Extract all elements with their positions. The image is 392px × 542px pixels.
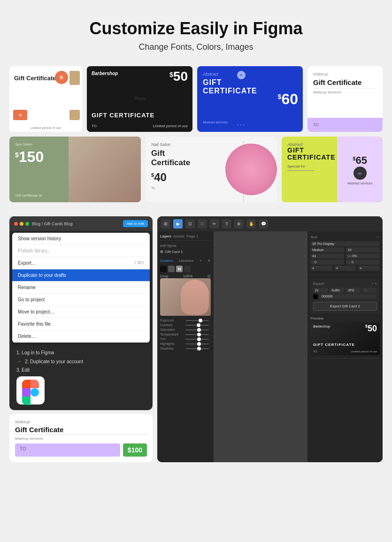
figma-layer-item[interactable]: ⊞ Gift Card 1 — [160, 250, 211, 254]
swatch-black[interactable] — [160, 266, 167, 272]
temperature-slider[interactable] — [185, 334, 209, 335]
prop-scale[interactable]: 2x — [313, 288, 328, 293]
tint-slider[interactable] — [185, 339, 209, 340]
contrast-slider[interactable] — [185, 325, 209, 326]
barber-mini-footer: TO Limited period of use — [313, 350, 377, 353]
maximize-window-button[interactable] — [25, 222, 29, 226]
certificate-card-5: Spa Salon $150 Gift certificate to — [9, 137, 141, 202]
swatch-photo[interactable]: 🖼 — [176, 266, 183, 272]
prop-align-row: ↕0 ↔0 — [310, 260, 380, 265]
tab-page[interactable]: Page 1 — [186, 234, 198, 238]
ask-to-edit-button[interactable]: Ask to edit — [123, 220, 148, 227]
exposure-slider[interactable] — [185, 320, 209, 321]
figma-sliders: Exposure Contrast Saturation — [160, 319, 211, 350]
card4-brand: Makeup — [313, 72, 377, 76]
amount-bar: $100 — [123, 443, 147, 457]
figma-tool-components[interactable]: ⊕ — [234, 219, 244, 229]
card5-amount: $150 — [15, 148, 69, 166]
card3-footer: Abstract services ··· — [203, 121, 246, 128]
figma-canvas[interactable] — [214, 231, 307, 462]
card7-link-icon: ∞ — [354, 167, 367, 180]
card2-dollar-sign: $ — [169, 71, 173, 78]
card5-photo-img — [69, 137, 141, 202]
prop-fill-value[interactable]: 000000 — [320, 294, 377, 299]
figma-tool-pen[interactable]: ✏ — [210, 219, 219, 229]
card1-footer: Limited period of use — [9, 126, 82, 130]
prop-fill-color-swatch[interactable] — [313, 294, 318, 299]
card7-left: Abstract GIFTCERTIFICATE Special for — [282, 137, 337, 202]
barber-mini-amount: $50 — [365, 324, 377, 334]
prop-align-center[interactable]: ≡ — [334, 266, 356, 271]
menu-item-show-history[interactable]: Show version history — [12, 233, 150, 245]
prop-text-align-row: ≡ ≡ ≡ — [310, 266, 380, 271]
certificate-card-7: Abstract GIFTCERTIFICATE Special for $65… — [282, 137, 383, 202]
figma-tool-hand[interactable]: ✋ — [246, 219, 256, 229]
prop-spacing: ↕0 — [310, 260, 344, 265]
prop-font-size[interactable]: 42 — [346, 247, 380, 252]
figma-toolbar: ⊞ ▶ ⊡ □ ✏ T ⊕ ✋ 💬 — [157, 216, 383, 231]
slider-temperature: Temperature — [160, 333, 211, 336]
card6-left: Nail Salon GiftCertificate $40 To — [146, 137, 211, 202]
prop-export-label: Export − + — [313, 282, 377, 286]
card2-cert-title: GIFT CERTIFICATE — [92, 112, 154, 119]
tab-assets[interactable]: Assets — [173, 234, 184, 238]
figma-crop-row: Crop 100% ⊡ — [160, 274, 211, 278]
minimize-window-button[interactable] — [20, 222, 23, 226]
slider-highlights: Highlights — [160, 342, 211, 345]
shadows-slider[interactable] — [185, 348, 209, 349]
export-section: Export − + 2x Suffix JPG ··· — [310, 279, 380, 313]
highlights-slider[interactable] — [185, 344, 209, 344]
card7-amount: $65 — [353, 154, 367, 167]
prop-more[interactable]: ··· — [362, 288, 377, 293]
card2-brand: Barbershop — [92, 71, 118, 76]
figma-tool-frame[interactable]: ⊡ — [185, 219, 195, 229]
prop-font-weight[interactable]: Medium — [310, 247, 344, 252]
menu-item-export[interactable]: Export... ⇧⌘E — [12, 257, 150, 269]
step-1: 1. Log in to Figma — [16, 350, 146, 355]
menu-item-favorite[interactable]: Favorite this file — [12, 318, 150, 330]
certificate-card-6: Nail Salon GiftCertificate $40 To — [146, 137, 277, 202]
figma-edit-label: edit figma — [160, 244, 211, 248]
prop-preview-section: Preview Barbershop $50 GIFT CERTIFICATE — [310, 316, 380, 359]
card5-info: Spa Salon $150 — [9, 137, 75, 202]
figma-tool-move[interactable]: ▶ — [173, 219, 183, 229]
menu-item-move-to[interactable]: Move to project... — [12, 306, 150, 318]
prop-suffix[interactable]: Suffix — [330, 288, 344, 293]
browser-window-controls — [14, 222, 29, 226]
card7-line-decoration — [287, 170, 314, 171]
card1-star-bottom — [13, 110, 27, 120]
certificate-card-4: Makeup Gift Certificate Makeup services … — [307, 66, 383, 132]
makeup-title: Gift Certificate — [15, 426, 147, 435]
menu-item-go-to-project[interactable]: Go to project — [12, 294, 150, 306]
figma-icon-part — [31, 388, 39, 397]
prop-align-left[interactable]: ≡ — [310, 266, 332, 271]
prop-text-section: Text ⋯ SF Pro Display Medium 42 — [310, 235, 380, 275]
prop-font-row: SF Pro Display — [310, 241, 380, 246]
prop-line-height[interactable]: 44 — [310, 253, 344, 259]
swatch-dark[interactable] — [184, 266, 191, 272]
saturation-slider[interactable] — [185, 329, 209, 330]
figma-tool-text[interactable]: T — [222, 219, 231, 229]
card1-rect-decoration — [69, 71, 80, 85]
menu-item-duplicate[interactable]: Duplicate to your drafts — [12, 269, 150, 282]
figma-tool-select[interactable]: ⊞ — [161, 219, 170, 229]
menu-item-rename[interactable]: Rename — [12, 282, 150, 294]
bottom-gift-row: TO $100 — [15, 443, 147, 457]
figma-tool-comment[interactable]: 💬 — [259, 219, 268, 229]
export-button[interactable]: Export Gift Card 2 — [313, 302, 377, 311]
prop-font-family[interactable]: SF Pro Display — [310, 241, 380, 246]
card2-amount: $50 — [169, 69, 188, 84]
makeup-brand: Makeup — [15, 420, 147, 424]
figma-panel: ⊞ ▶ ⊡ □ ✏ T ⊕ ✋ 💬 Layers As — [157, 216, 383, 462]
tab-layers[interactable]: Layers — [160, 234, 171, 238]
prop-align-right[interactable]: ≡ — [358, 266, 380, 271]
breadcrumb: Blog / Gift Cards Blog — [32, 221, 73, 226]
canvas-photo — [160, 278, 211, 316]
prop-format[interactable]: JPG — [346, 288, 361, 293]
swatch-gray[interactable] — [168, 266, 175, 272]
figma-icon — [22, 380, 39, 401]
menu-item-delete[interactable]: Delete... — [12, 330, 150, 343]
close-window-button[interactable] — [14, 222, 18, 226]
slider-shadows: Shadows — [160, 347, 211, 350]
figma-tool-rect[interactable]: □ — [198, 219, 207, 229]
